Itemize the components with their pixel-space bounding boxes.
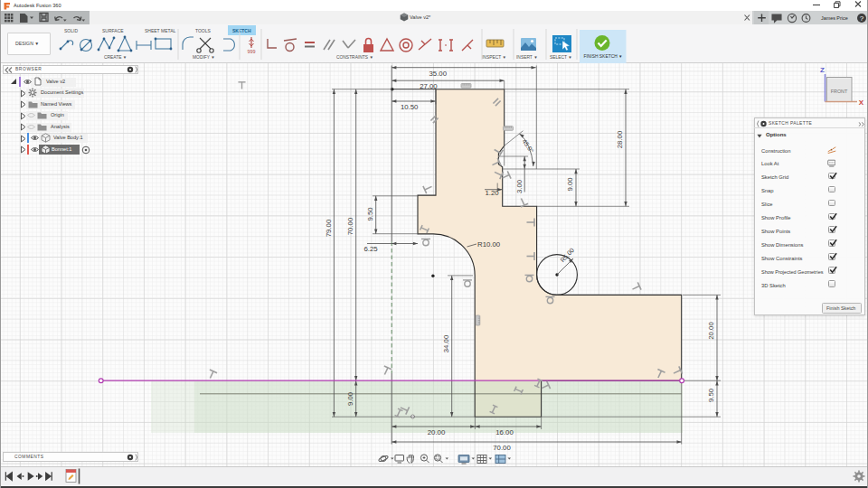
svg-text:9.50: 9.50 [366,206,374,221]
svg-text:34.00: 34.00 [442,334,450,352]
svg-text:20.00: 20.00 [428,427,446,436]
svg-text:70.00: 70.00 [346,217,354,235]
svg-text:FRONT: FRONT [831,89,848,94]
svg-text:1.20: 1.20 [485,189,499,197]
svg-text:Z: Z [820,66,825,74]
svg-text:10.50: 10.50 [401,103,419,111]
svg-text:R10.00: R10.00 [477,239,501,248]
svg-text:9.50: 9.50 [707,388,715,402]
svg-text:X: X [859,99,864,107]
svg-text:3.00: 3.00 [515,179,524,193]
svg-text:6.25: 6.25 [363,245,378,253]
svg-text:79.00: 79.00 [325,219,333,237]
svg-text:16.00: 16.00 [495,427,514,436]
svg-text:28.00: 28.00 [616,130,624,148]
svg-text:9.00: 9.00 [346,391,354,406]
svg-text:35.00: 35.00 [429,69,448,77]
svg-text:9.00: 9.00 [566,176,574,191]
svg-text:27.00: 27.00 [420,81,438,89]
svg-text:20.00: 20.00 [707,321,715,339]
svg-text:70.00: 70.00 [493,443,511,451]
svg-text:?: ? [860,14,864,22]
svg-text:999: 999 [247,49,255,54]
